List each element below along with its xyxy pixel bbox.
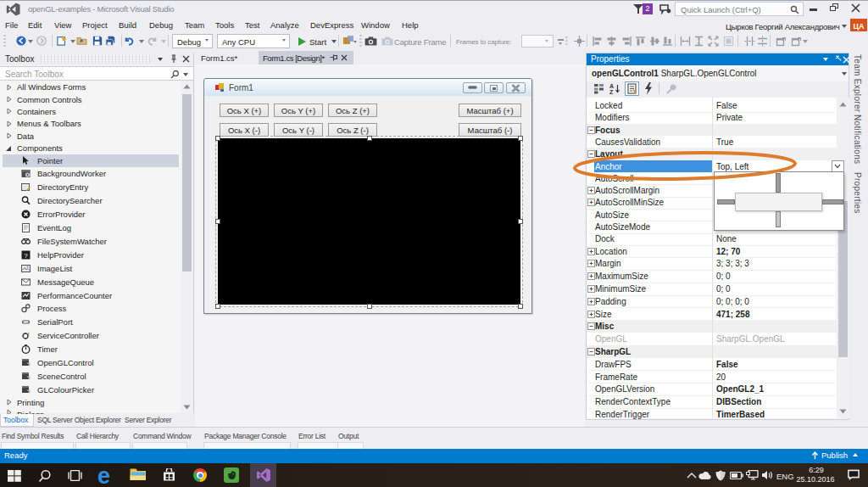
svg-text:A: A: [609, 83, 614, 89]
svg-text:?: ?: [24, 251, 28, 259]
svg-text:Z: Z: [609, 89, 614, 94]
